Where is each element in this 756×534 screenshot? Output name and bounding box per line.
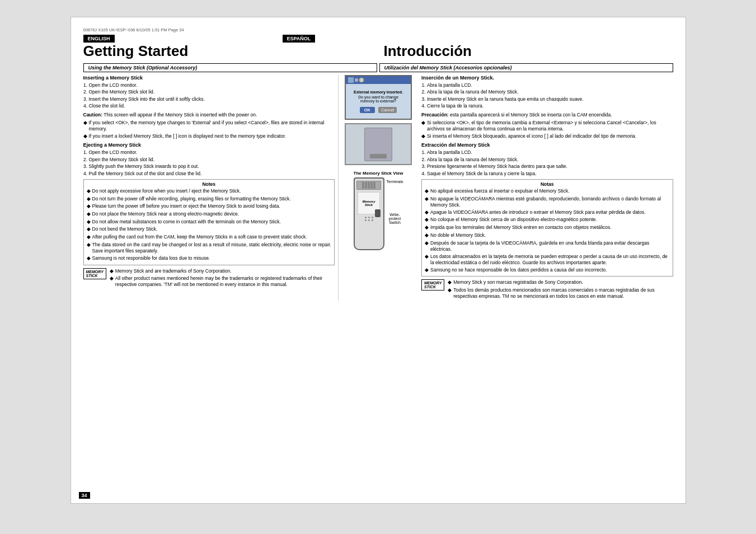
ms-dots-2 [355, 219, 383, 221]
write-protect-label: Write-protectSwitch [387, 213, 403, 224]
title-english: Getting Started [83, 43, 373, 60]
note-en-6: ◆ Do not bend the Memory Stick. [87, 226, 332, 233]
col-english: Inserting a Memory Stick Open the LCD mo… [83, 75, 339, 301]
note-en-8: ◆ The data stored on the card may be cha… [87, 242, 332, 254]
caution-en: Caution: This screen will appear if the … [83, 112, 335, 118]
section-header-spanish: Utilización del Memory Stick (Accesorios… [379, 63, 673, 72]
main-content: Inserting a Memory Stick Open the LCD mo… [83, 75, 673, 301]
title-row: Getting Started Introducción [83, 43, 673, 60]
screen-topbar [346, 76, 411, 84]
step-en-4: Close the slot lid. [89, 103, 335, 109]
note-en-5: ◆ Do not allow metal substances to come … [87, 219, 332, 226]
ejecting-heading-en: Ejecting a Memory Stick [83, 142, 335, 148]
bullet-text-es-2: Si inserta el Memory Stick bloqueado, ap… [427, 133, 636, 140]
page-number: 34 [79, 492, 90, 499]
tm-text-es: ◆ Memory Stick y son marcas registradas … [448, 279, 673, 301]
caution-text-es: esta pantalla aparecerá si el Memory Sti… [450, 112, 612, 118]
screen-line2: Do you want to change [358, 95, 398, 99]
tm-logo-en: MEMORY STICK [83, 268, 106, 280]
bullet-text-es-1: Si selecciona <OK>, el tipo de memoria c… [427, 120, 673, 132]
doc-header: 00876J X105 UK+ESP~036 6/10/05 1:51 PM P… [83, 27, 673, 32]
bullet-en-2: ◆ If you insert a locked Memory Stick, t… [83, 133, 335, 140]
bullet-es-2: ◆ Si inserta el Memory Stick bloqueado, … [421, 133, 673, 140]
note-es-9: ◆ Samsung no se hace responsable de los … [425, 267, 670, 274]
section-header-english: Using the Memory Stick (Optional Accesso… [83, 63, 377, 72]
step-en-3: Insert the Memory Stick into the slot un… [89, 96, 335, 102]
english-badge: ENGLISH [83, 35, 115, 43]
screen-ok-btn: OK [360, 107, 375, 113]
caution-label-es: Precaución: [421, 112, 450, 118]
note-es-6: ◆ No doble el Memory Stick. [425, 232, 670, 239]
tm-text-es-1: Memory Stick y son marcas registradas de… [453, 279, 583, 286]
step-es-2: Abra la tapa de la ranura del Memory Sti… [427, 89, 673, 95]
inserting-steps-es: Abra la pantalla LCD. Abra la tapa de la… [427, 82, 673, 110]
tm-text-en-2: All other product names mentioned herein… [115, 275, 335, 288]
badge-row: ENGLISH ESPAÑOL [83, 35, 673, 43]
step-en-1: Open the LCD monitor. [89, 82, 335, 88]
screen-line3: memory to external? [360, 99, 396, 103]
screen-cancel-btn: Cancel [378, 107, 397, 113]
trademark-en: MEMORY STICK ◆ Memory Stick and are trad… [83, 268, 335, 289]
eject-step-es-1: Abra la pantalla LCD. [427, 149, 673, 156]
spanish-badge: ESPAÑOL [283, 35, 316, 43]
ms-slot [370, 154, 387, 158]
section-header-row: Using the Memory Stick (Optional Accesso… [83, 63, 673, 72]
note-es-3: ◆ Apague la VIDEOCÁMARA antes de introdu… [425, 209, 670, 216]
ejecting-steps-es: Abra la pantalla LCD. Abra la tapa de la… [427, 149, 673, 177]
tm-text-en-1: Memory Stick and are trademarks of Sony … [115, 268, 232, 275]
note-es-7: ◆ Después de sacar la tarjeta de la VIDE… [425, 240, 670, 252]
ms-diagram-container: The Memory Stick View [354, 171, 403, 250]
note-en-9: ◆ Samsung is not responsible for data lo… [87, 255, 332, 262]
eject-step-en-3: Slightly push the Memory Stick inwards t… [89, 163, 335, 170]
camera-mockup-2 [345, 123, 412, 165]
memory-stick-logo-es: MEMORY STICK [421, 279, 444, 291]
step-es-3: Inserte el Memory Stick en la ranura has… [427, 96, 673, 102]
notes-box-es: Notas ◆ No apliqué excesiva fuerza al in… [421, 179, 673, 277]
step-en-2: Open the Memory Stick slot lid. [89, 89, 335, 95]
memory-stick-shape: Memory Stick [354, 177, 384, 250]
screen-body: External memory inserted. Do you want to… [346, 84, 411, 119]
camera-screen-mock: External memory inserted. Do you want to… [345, 75, 412, 120]
screen-icon-1 [348, 77, 354, 83]
eject-step-en-1: Open the LCD monitor. [89, 149, 335, 156]
inserting-steps-en: Open the LCD monitor. Open the Memory St… [89, 82, 335, 110]
note-en-7: ◆ After pulling the card out from the CA… [87, 234, 332, 241]
ejecting-steps-en: Open the LCD monitor. Open the Memory St… [89, 149, 335, 177]
screen-icon-3 [359, 78, 364, 82]
eject-step-en-4: Pull the Memory Stick out of the slot an… [89, 171, 335, 177]
eject-step-es-3: Presione ligeramente el Memory Stick hac… [427, 163, 673, 170]
ms-terminals [356, 181, 381, 190]
note-es-8: ◆ Los datos almacenados en la tarjeta de… [425, 254, 670, 266]
step-es-4: Cierre la tapa de la ranura. [427, 103, 673, 109]
bullet-text-en-1: If you select <OK>, the memory type chan… [89, 120, 335, 132]
note-es-5: ◆ Impida que los terminales del Memory S… [425, 224, 670, 231]
col-center: External memory inserted. Do you want to… [342, 75, 415, 301]
bullet-text-en-2: If you insert a locked Memory Stick, the… [89, 133, 286, 140]
note-es-2: ◆ No apague la VIDEOCÁMARA mientras esté… [425, 196, 670, 208]
memory-stick-logo-en: MEMORY STICK [83, 268, 106, 279]
notes-box-en: Notes ◆ Do not apply excessive force whe… [83, 179, 335, 265]
note-en-2: ◆ Do not turn the power off while record… [87, 196, 332, 203]
note-en-4: ◆ Do not place the Memory Stick near a s… [87, 211, 332, 218]
manual-page: 00876J X105 UK+ESP~036 6/10/05 1:51 PM P… [71, 17, 686, 504]
note-es-1: ◆ No apliqué excesiva fuerza al insertar… [425, 188, 670, 195]
ms-diagram-with-labels: Memory Stick [354, 177, 403, 250]
terminal-label: Terminals [387, 180, 403, 184]
title-spanish: Introducción [373, 43, 673, 60]
bullet-sym-2: ◆ [83, 133, 87, 140]
col-spanish: Inserción de un Memory Stick. Abra la pa… [418, 75, 673, 301]
doc-info: 00876J X105 UK+ESP~036 6/10/05 1:51 PM P… [83, 27, 184, 32]
tm-text-es-2: Todos los demás productos mencionados so… [453, 287, 673, 299]
notes-title-es: Notas [425, 181, 670, 187]
eject-step-es-2: Abra la tapa de la ranura del Memory Sti… [427, 157, 673, 163]
inserting-heading-es: Inserción de un Memory Stick. [421, 75, 673, 81]
bullet-sym-1: ◆ [83, 120, 87, 132]
inserting-heading-en: Inserting a Memory Stick [83, 75, 335, 81]
ejecting-heading-es: Extracción del Memory Stick [421, 142, 673, 148]
ms-write-protect-switch [375, 209, 381, 217]
bullet-es-1: ◆ Si selecciona <OK>, el tipo de memoria… [421, 120, 673, 132]
step-es-1: Abra la pantalla LCD. [427, 82, 673, 88]
caution-es: Precaución: esta pantalla aparecerá si e… [421, 112, 673, 118]
screen-line1: External memory inserted. [354, 90, 403, 94]
caution-label-en: Caution: [83, 112, 104, 118]
